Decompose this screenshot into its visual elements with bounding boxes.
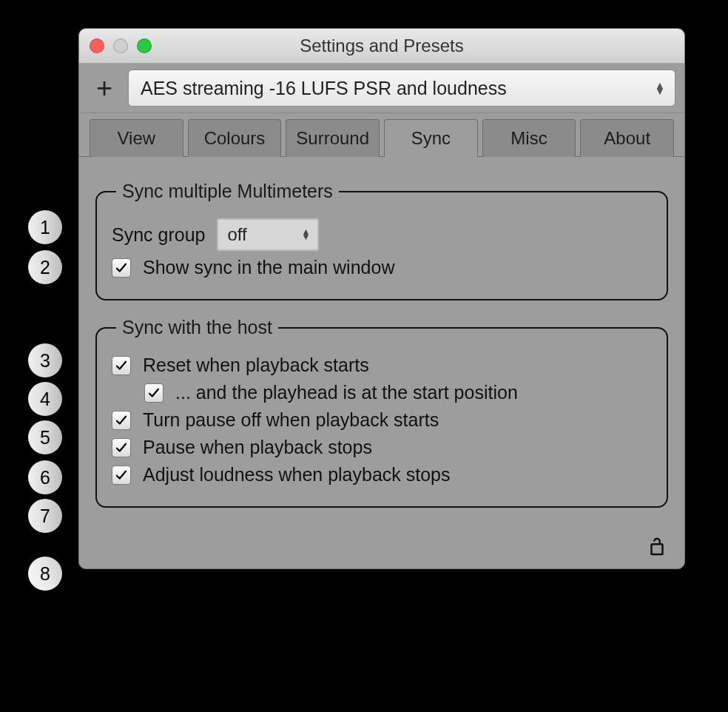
sync-group-value: off <box>227 224 246 245</box>
add-preset-button[interactable]: + <box>88 72 121 104</box>
tab-misc[interactable]: Misc <box>482 119 576 157</box>
pause-when-stops-label: Pause when playback stops <box>143 437 372 458</box>
callout-2: 2 <box>28 250 62 284</box>
stepper-icon: ▲▼ <box>298 229 313 240</box>
callout-7: 7 <box>28 499 62 533</box>
callout-5: 5 <box>28 420 62 454</box>
callout-1: 1 <box>28 210 62 244</box>
sync-group-select[interactable]: off ▲▼ <box>217 218 319 251</box>
settings-window: Settings and Presets + AES streaming -16… <box>78 28 685 569</box>
sync-group-label: Sync group <box>112 224 205 246</box>
reset-on-start-label: Reset when playback starts <box>143 355 369 376</box>
tab-sync[interactable]: Sync <box>384 119 478 157</box>
pause-off-label: Turn pause off when playback starts <box>143 409 439 431</box>
tab-about[interactable]: About <box>580 119 674 157</box>
group-sync-host: Sync with the host Reset when playback s… <box>95 317 668 508</box>
callout-4: 4 <box>28 382 62 416</box>
show-sync-checkbox[interactable] <box>112 258 131 278</box>
pause-off-checkbox[interactable] <box>112 411 131 430</box>
show-sync-label: Show sync in the main window <box>143 257 394 278</box>
reset-on-start-checkbox[interactable] <box>112 356 131 375</box>
pause-when-stops-checkbox[interactable] <box>112 438 131 457</box>
window-close-button[interactable] <box>90 38 104 53</box>
preset-select-value: AES streaming -16 LUFS PSR and loudness <box>141 78 507 99</box>
callout-3: 3 <box>28 343 62 377</box>
tab-colours[interactable]: Colours <box>188 119 282 157</box>
playhead-start-checkbox[interactable] <box>144 383 164 403</box>
tab-view[interactable]: View <box>90 119 183 157</box>
group-sync-multimeters: Sync multiple Multimeters Sync group off… <box>95 181 668 300</box>
preset-toolbar: + AES streaming -16 LUFS PSR and loudnes… <box>79 64 684 113</box>
window-minimize-button[interactable] <box>113 38 128 53</box>
tab-surround[interactable]: Surround <box>286 119 380 157</box>
stepper-icon: ▲▼ <box>653 82 667 95</box>
adjust-loudness-label: Adjust loudness when playback stops <box>143 464 451 486</box>
adjust-loudness-checkbox[interactable] <box>112 466 131 485</box>
callout-8: 8 <box>28 557 62 591</box>
group-legend: Sync with the host <box>116 317 278 338</box>
window-title: Settings and Presets <box>79 36 684 56</box>
lock-icon[interactable] <box>646 536 668 558</box>
playhead-start-label: ... and the playhead is at the start pos… <box>175 382 518 403</box>
group-legend: Sync multiple Multimeters <box>116 181 339 202</box>
plus-icon: + <box>96 74 112 102</box>
tab-content: Sync multiple Multimeters Sync group off… <box>79 156 684 533</box>
titlebar: Settings and Presets <box>79 29 684 64</box>
callout-6: 6 <box>28 460 62 494</box>
window-zoom-button[interactable] <box>137 38 152 53</box>
tabs: ViewColoursSurroundSyncMiscAbout <box>79 113 684 157</box>
preset-select[interactable]: AES streaming -16 LUFS PSR and loudness … <box>128 70 675 107</box>
